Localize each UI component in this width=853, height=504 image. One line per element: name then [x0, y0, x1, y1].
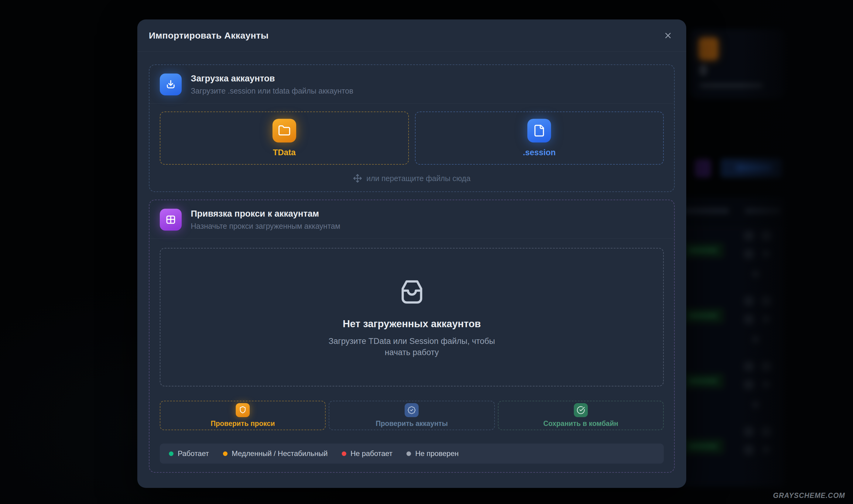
file-icon: [527, 119, 551, 143]
proxy-section-subtitle: Назначьте прокси загруженным аккаунтам: [191, 222, 340, 231]
check-accounts-label: Проверить аккаунты: [376, 419, 448, 428]
legend-label: Медленный / Нестабильный: [232, 449, 328, 458]
session-tile-label: .session: [523, 148, 556, 157]
download-icon: [160, 73, 182, 95]
upload-section-header: Загрузка аккаунтов Загрузите .session ил…: [160, 73, 664, 95]
legend-item-not-working: Не работает: [342, 449, 393, 458]
session-upload-tile[interactable]: .session: [415, 111, 664, 165]
legend-label: Не проверен: [415, 449, 459, 458]
drop-zone-hint: или перетащите файлы сюда: [160, 174, 664, 183]
close-button[interactable]: [661, 29, 675, 42]
drop-hint-label: или перетащите файлы сюда: [366, 174, 471, 183]
screen: 0: [0, 0, 853, 504]
legend-label: Работает: [178, 449, 209, 458]
import-accounts-modal: Импортировать Аккаунты Загрузка аккаунто…: [137, 19, 686, 488]
empty-state-title: Нет загруженных аккаунтов: [343, 318, 481, 330]
accounts-empty-state: Нет загруженных аккаунтов Загрузите TDat…: [160, 248, 664, 386]
circle-check-icon: [574, 403, 588, 417]
check-proxy-label: Проверить прокси: [211, 419, 275, 428]
divider: [149, 103, 674, 104]
background-fade: [741, 0, 853, 504]
legend-item-working: Работает: [169, 449, 209, 458]
legend-label: Не работает: [350, 449, 393, 458]
shield-icon: [236, 403, 250, 417]
legend-item-unchecked: Не проверен: [406, 449, 459, 458]
table-grid-icon: [160, 209, 182, 231]
move-icon: [353, 174, 362, 183]
modal-title: Импортировать Аккаунты: [149, 30, 269, 41]
upload-tiles: TData .session: [160, 111, 664, 165]
red-status-dot: [342, 451, 346, 456]
watermark: GRAYSCHEME.COM: [773, 491, 845, 500]
modal-body: Загрузка аккаунтов Загрузите .session ил…: [137, 52, 686, 473]
badge-check-icon: [405, 403, 419, 417]
check-proxy-button[interactable]: Проверить прокси: [160, 401, 326, 430]
proxy-section-header: Привязка прокси к аккаунтам Назначьте пр…: [160, 209, 664, 231]
proxy-section-title: Привязка прокси к аккаунтам: [191, 209, 340, 219]
action-buttons: Проверить прокси Проверить аккаунты Сохр…: [160, 401, 664, 430]
upload-section-title: Загрузка аккаунтов: [191, 73, 353, 84]
gray-status-dot: [406, 451, 411, 456]
green-status-dot: [169, 451, 174, 456]
proxy-section: Привязка прокси к аккаунтам Назначьте пр…: [149, 200, 675, 473]
amber-status-dot: [223, 451, 228, 456]
save-to-combine-label: Сохранить в комбайн: [543, 419, 618, 428]
upload-section: Загрузка аккаунтов Загрузите .session ил…: [149, 65, 675, 192]
tdata-tile-label: TData: [273, 148, 295, 157]
legend-item-slow: Медленный / Нестабильный: [223, 449, 328, 458]
upload-section-subtitle: Загрузите .session или tdata файлы аккау…: [191, 87, 353, 95]
save-to-combine-button[interactable]: Сохранить в комбайн: [498, 401, 664, 430]
tdata-upload-tile[interactable]: TData: [160, 111, 409, 165]
inbox-icon: [396, 276, 428, 308]
x-icon: [664, 31, 673, 40]
status-legend: Работает Медленный / Нестабильный Не раб…: [160, 444, 664, 464]
check-accounts-button[interactable]: Проверить аккаунты: [329, 401, 494, 430]
empty-state-subtitle: Загрузите TData или Session файлы, чтобы…: [321, 336, 503, 358]
modal-header: Импортировать Аккаунты: [137, 19, 686, 52]
folder-icon: [272, 119, 296, 143]
divider: [149, 238, 674, 239]
